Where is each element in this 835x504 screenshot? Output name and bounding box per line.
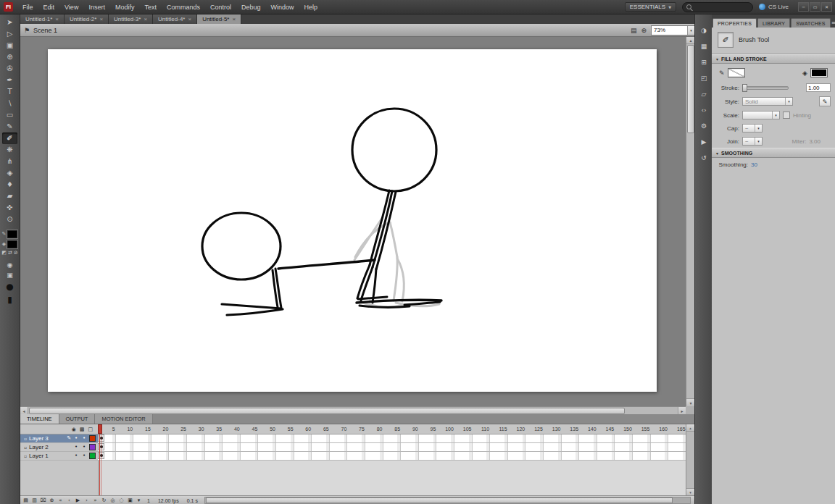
join-select[interactable]: − ▾ <box>742 137 763 146</box>
panel-tab[interactable]: SWATCHES <box>791 18 831 28</box>
layer-visibility-dot[interactable]: • <box>73 445 79 450</box>
Layer 2[interactable]: ▫ Layer 2 ✎ • • <box>20 443 98 452</box>
new-layer-button[interactable]: ▤ <box>22 498 29 503</box>
rectangle-tool[interactable]: ▭ <box>2 109 17 121</box>
close-button[interactable]: ✕ <box>821 2 832 12</box>
pen-tool[interactable]: ✒ <box>2 75 17 86</box>
onion-outline-button[interactable]: ◌ <box>118 498 125 503</box>
menu-item[interactable]: Commands <box>162 0 205 14</box>
miter-value[interactable]: 3.00 <box>809 138 821 145</box>
history-panel-icon[interactable]: ↺ <box>697 153 710 164</box>
menu-item[interactable]: Text <box>139 0 162 14</box>
frame-rate-readout[interactable]: 12.00 fps <box>155 498 182 503</box>
text-tool[interactable]: T <box>2 86 17 98</box>
document-tab[interactable]: Untitled-5* × <box>197 14 241 24</box>
playhead[interactable] <box>98 424 102 495</box>
Layer 3[interactable]: ▫ Layer 3 ✎ • • <box>20 434 98 443</box>
option-brush-shape[interactable]: ▮ <box>7 295 12 305</box>
layer-outline-color[interactable] <box>89 444 96 450</box>
option-object-drawing[interactable]: ◉ <box>7 261 13 269</box>
tab-close-icon[interactable]: × <box>99 16 103 22</box>
layer-name[interactable]: Layer 2 <box>29 445 65 450</box>
lasso-tool[interactable]: ✇ <box>2 63 17 75</box>
fill-color-swatch[interactable] <box>7 240 17 248</box>
brush-tool[interactable]: ✐ <box>2 133 17 144</box>
Layer 1[interactable] <box>98 452 686 461</box>
delete-layer-button[interactable]: ⌧ <box>40 498 46 503</box>
step-forward-button[interactable]: › <box>83 498 90 503</box>
menu-item[interactable]: View <box>59 0 83 14</box>
components-panel-icon[interactable]: ⚙ <box>697 121 710 132</box>
motion-presets-panel-icon[interactable]: ▶ <box>697 137 710 148</box>
panel-menu-icon[interactable]: ≡ <box>831 20 835 28</box>
timeline-horizontal-scrollbar[interactable] <box>204 497 691 504</box>
step-back-button[interactable]: ‹ <box>66 498 72 503</box>
menu-item[interactable]: File <box>17 0 38 14</box>
edit-multiple-frames-button[interactable]: ▣ <box>127 498 133 503</box>
Layer 1[interactable]: ▫ Layer 1 ✎ • • <box>20 452 98 461</box>
go-last-frame-button[interactable]: » <box>92 498 99 503</box>
swap-colors-button[interactable]: ⇄ <box>8 251 12 256</box>
option-lock-fill[interactable]: ▣ <box>7 272 13 279</box>
timeline-tab[interactable]: MOTION EDITOR <box>95 414 152 424</box>
fill-color-swatch[interactable] <box>810 68 828 77</box>
edit-scene-button[interactable]: ▤ <box>631 27 637 34</box>
stroke-color-swatch[interactable] <box>7 230 17 238</box>
align-panel-icon[interactable]: ⊞ <box>697 57 710 68</box>
menu-item[interactable]: Insert <box>83 0 110 14</box>
menu-item[interactable]: Edit <box>38 0 60 14</box>
timeline-vertical-scrollbar[interactable]: ▴ ▾ <box>686 424 694 495</box>
layer-visibility-dot[interactable]: • <box>73 436 79 441</box>
smoothing-value[interactable]: 30 <box>751 161 757 168</box>
menu-item[interactable]: Modify <box>110 0 140 14</box>
eraser-tool[interactable]: ▰ <box>2 190 17 202</box>
frames-area[interactable]: 5101520253035404550556065707580859095100… <box>98 424 686 495</box>
stroke-color-swatch[interactable] <box>728 68 745 77</box>
timeline-tab[interactable]: OUTPUT <box>59 414 96 424</box>
tab-close-icon[interactable]: × <box>188 16 191 22</box>
no-color-button[interactable]: ⊘ <box>14 251 18 256</box>
layer-name[interactable]: Layer 3 <box>29 436 65 442</box>
layer-outline-color[interactable] <box>89 435 96 442</box>
panel-tab[interactable]: PROPERTIES <box>713 18 757 28</box>
scrollbar-thumb[interactable] <box>29 408 625 414</box>
cs-live-button[interactable]: CS Live <box>759 4 789 10</box>
zoom-level-select[interactable]: 73% ▾ <box>651 25 695 35</box>
3d-rotation-tool[interactable]: ⊕ <box>2 51 17 63</box>
restore-button[interactable]: ▭ <box>810 2 821 12</box>
show-hide-all-layers-icon[interactable]: ◉ <box>72 427 76 432</box>
Layer 2[interactable] <box>98 443 686 452</box>
slider-thumb[interactable] <box>742 84 747 92</box>
menu-item[interactable]: Control <box>205 0 236 14</box>
stage[interactable] <box>48 49 657 392</box>
stroke-weight-slider[interactable] <box>742 86 789 90</box>
layer-lock-dot[interactable]: • <box>81 436 87 441</box>
document-tab[interactable]: Untitled-1* × <box>20 14 65 24</box>
layer-name[interactable]: Layer 1 <box>29 453 65 459</box>
document-tab[interactable]: Untitled-3* × <box>109 14 153 24</box>
menu-item[interactable]: Debug <box>236 0 266 14</box>
edit-stroke-style-button[interactable]: ✎ <box>819 96 831 106</box>
swatches-panel-icon[interactable]: ▦ <box>697 41 710 52</box>
info-panel-icon[interactable]: ◰ <box>697 73 710 84</box>
paint-bucket-tool[interactable]: ◈ <box>2 167 17 179</box>
deco-tool[interactable]: ❋ <box>2 144 17 156</box>
panel-tab[interactable]: LIBRARY <box>757 18 790 28</box>
loop-button[interactable]: ↻ <box>101 498 107 503</box>
zoom-tool[interactable]: ⊙ <box>2 214 17 225</box>
pasteboard[interactable] <box>20 36 686 406</box>
outline-all-layers-icon[interactable]: □ <box>88 427 93 432</box>
hinting-checkbox[interactable] <box>783 112 790 119</box>
pencil-tool[interactable]: ✎ <box>2 121 17 133</box>
timeline-tab[interactable]: TIMELINE <box>20 414 59 424</box>
playhead-handle[interactable] <box>98 424 102 434</box>
layer-lock-dot[interactable]: • <box>81 445 87 450</box>
stroke-weight-value[interactable]: 1.00 <box>806 83 831 92</box>
fill-and-stroke-section-header[interactable]: ▾ FILL AND STROKE <box>712 54 835 64</box>
menu-item[interactable]: Help <box>299 0 323 14</box>
subselection-tool[interactable]: ▷ <box>2 28 17 40</box>
scene-name[interactable]: Scene 1 <box>33 27 57 34</box>
cap-select[interactable]: − ▾ <box>742 124 763 133</box>
modify-markers-button[interactable]: ▾ <box>136 498 142 503</box>
new-folder-button[interactable]: ▥ <box>31 498 38 503</box>
